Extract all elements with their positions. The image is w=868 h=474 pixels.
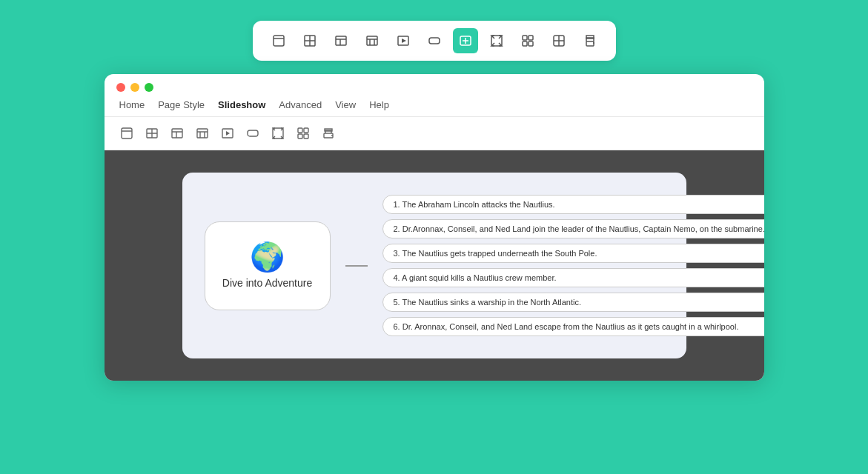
right-items: 1. The Abraham Lincoln attacks the Nautl…: [382, 195, 764, 336]
svg-rect-21: [523, 41, 527, 46]
svg-point-28: [593, 42, 594, 44]
menu-view[interactable]: View: [335, 99, 356, 110]
top-btn-print[interactable]: [577, 28, 603, 53]
svg-rect-46: [304, 128, 308, 133]
top-btn-table2[interactable]: [328, 28, 354, 53]
inner-btn-4[interactable]: [192, 123, 213, 144]
menu-home[interactable]: Home: [119, 99, 145, 110]
center-node-text: Dive into Adventure: [222, 277, 312, 289]
svg-rect-14: [429, 38, 440, 44]
svg-rect-26: [586, 41, 594, 46]
svg-rect-20: [529, 36, 533, 40]
inner-btn-6[interactable]: [242, 123, 263, 144]
top-btn-expand[interactable]: [484, 28, 509, 53]
inner-btn-8[interactable]: [293, 123, 314, 144]
svg-rect-34: [172, 129, 182, 138]
svg-rect-48: [304, 134, 308, 138]
menu-help[interactable]: Help: [369, 99, 389, 110]
svg-rect-43: [248, 130, 258, 136]
inner-btn-7[interactable]: [268, 123, 288, 144]
svg-rect-22: [529, 41, 533, 46]
svg-rect-45: [298, 128, 302, 133]
menu-bar: Home Page Style Slideshow Advanced View …: [105, 92, 764, 117]
top-btn-active[interactable]: [453, 28, 478, 53]
center-node: 🌍 Dive into Adventure: [205, 221, 331, 310]
list-item: 3. The Nautlius gets trapped underneath …: [382, 244, 764, 263]
inner-toolbar: [105, 117, 764, 150]
svg-marker-42: [226, 131, 230, 136]
window-minimize-btn[interactable]: [130, 83, 139, 92]
svg-rect-0: [274, 36, 284, 46]
menu-slideshow[interactable]: Slideshow: [218, 99, 265, 110]
inner-btn-2[interactable]: [142, 123, 162, 144]
slide-card: 🌍 Dive into Adventure 1. The Abraham Lin…: [182, 173, 686, 358]
list-item: 2. Dr.Aronnax, Conseil, and Ned Land joi…: [382, 219, 764, 238]
list-item: 5. The Nautlius sinks a warship in the N…: [382, 293, 764, 312]
inner-btn-1[interactable]: [116, 123, 137, 144]
svg-rect-5: [336, 36, 346, 45]
top-btn-frame[interactable]: [266, 28, 291, 53]
top-btn-grid[interactable]: [515, 28, 540, 53]
svg-point-51: [331, 135, 333, 136]
svg-marker-13: [402, 39, 406, 43]
window-close-btn[interactable]: [116, 83, 125, 92]
list-item: 4. A giant squid kills a Nautlius crew m…: [382, 268, 764, 287]
top-btn-table[interactable]: [297, 28, 322, 53]
canvas-area: 🌍 Dive into Adventure 1. The Abraham Lin…: [105, 150, 764, 381]
inner-btn-3[interactable]: [167, 123, 188, 144]
svg-rect-19: [523, 36, 527, 40]
inner-btn-5[interactable]: [217, 123, 238, 144]
top-btn-input[interactable]: [422, 28, 447, 53]
svg-rect-37: [197, 129, 208, 138]
top-btn-play[interactable]: [391, 28, 416, 53]
svg-rect-29: [122, 128, 132, 138]
top-btn-grid2[interactable]: [546, 28, 572, 53]
window-titlebar: [105, 74, 764, 92]
globe-icon: 🌍: [250, 243, 285, 271]
svg-rect-47: [298, 134, 302, 138]
app-window: Home Page Style Slideshow Advanced View …: [105, 74, 764, 381]
top-btn-table3[interactable]: [360, 28, 385, 53]
svg-rect-8: [367, 36, 377, 45]
list-item: 1. The Abraham Lincoln attacks the Nautl…: [382, 195, 764, 214]
menu-page-style[interactable]: Page Style: [158, 99, 205, 110]
top-toolbar: [253, 21, 616, 61]
window-maximize-btn[interactable]: [145, 83, 153, 92]
inner-btn-9[interactable]: [318, 123, 339, 144]
svg-rect-27: [586, 36, 594, 39]
menu-advanced[interactable]: Advanced: [279, 99, 322, 110]
list-item: 6. Dr. Aronnax, Conseil, and Ned Land es…: [382, 317, 764, 336]
connector-line: [345, 265, 368, 267]
